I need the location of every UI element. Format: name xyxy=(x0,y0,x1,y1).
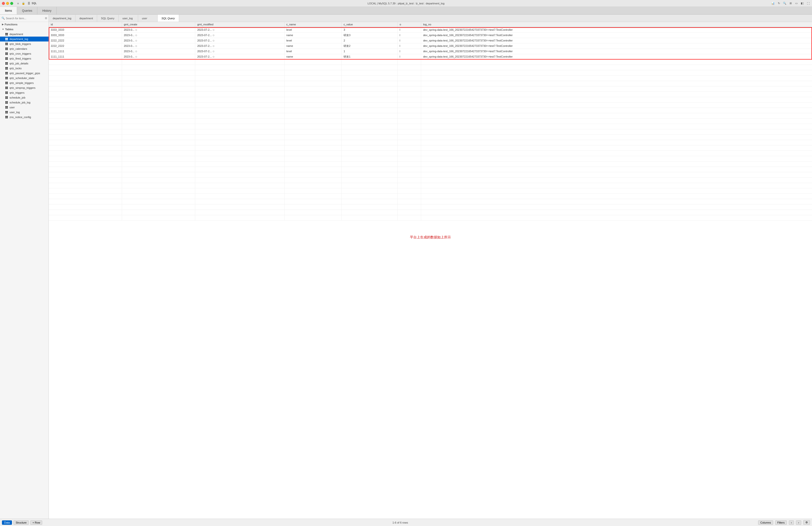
tab-items[interactable]: Items xyxy=(0,7,17,14)
cell-o: l xyxy=(397,38,421,43)
empty-row xyxy=(49,107,812,113)
sidebar-item-qrtz-blob[interactable]: qrtz_blob_triggers xyxy=(0,42,48,46)
empty-row xyxy=(49,161,812,166)
data-button[interactable]: Data xyxy=(2,521,12,525)
sidebar: 🔍 ⊞ ▶ Functions ▼ Tables department xyxy=(0,15,49,519)
sidebar-item-schedule-job[interactable]: schedule_job xyxy=(0,95,48,100)
sidebar-item-qrtz-fired[interactable]: qrtz_fired_triggers xyxy=(0,56,48,61)
empty-row xyxy=(49,97,812,102)
col-id[interactable]: id xyxy=(49,22,122,27)
col-c-value[interactable]: c_value xyxy=(342,22,397,27)
maximize-button[interactable] xyxy=(10,2,13,5)
layout-icon[interactable]: ⊞ xyxy=(788,1,793,5)
sidebar-item-qrtz-cron[interactable]: qrtz_cron_triggers xyxy=(0,51,48,56)
table-row[interactable]: 1111_11112023-0... ⊙2023-07-2... ⊙level1… xyxy=(49,48,812,54)
table-icon xyxy=(5,91,8,94)
sidebar-item-user[interactable]: user xyxy=(0,105,48,110)
sidebar-item-qrtz-calendars[interactable]: qrtz_calendars xyxy=(0,46,48,51)
table-icon xyxy=(5,76,8,80)
titlebar-right-controls: 📊 ↻ 🔍 ⊞ ▭ ▮▯ ⛶ xyxy=(771,1,810,5)
cell-o: l xyxy=(397,43,421,48)
cell-gmt_create: 2023-0... ⊙ xyxy=(122,48,195,54)
table-icon xyxy=(5,106,8,109)
empty-row xyxy=(49,209,812,215)
cell-c_name: name xyxy=(284,32,342,38)
empty-row xyxy=(49,204,812,209)
empty-row xyxy=(49,124,812,129)
tab-queries[interactable]: Queries xyxy=(17,7,37,14)
table-row[interactable]: 3333_33332023-0... ⊙2023-07-2... ⊙level3… xyxy=(49,27,812,32)
col-gmt-modified[interactable]: gmt_modified xyxy=(195,22,284,27)
table-icon xyxy=(5,52,8,55)
content-tab-sql-query-2[interactable]: SQL Query xyxy=(158,15,179,22)
sidebar-right-icon[interactable]: ▮▯ xyxy=(800,1,804,5)
col-o[interactable]: o xyxy=(397,22,421,27)
sidebar-toggle-icon[interactable]: ≡ xyxy=(16,1,20,5)
minimize-button[interactable] xyxy=(6,2,9,5)
empty-row xyxy=(49,113,812,118)
cell-gmt_modified: 2023-07-2... ⊙ xyxy=(195,32,284,38)
cell-id: 1111_1111 xyxy=(49,48,122,54)
fullscreen-icon[interactable]: ⛶ xyxy=(806,1,810,5)
statusbar-center: 1-6 of 6 rows xyxy=(44,521,756,524)
row-count-label: 1-6 of 6 rows xyxy=(393,521,408,524)
col-gmt-create[interactable]: gmt_create xyxy=(122,22,195,27)
table-row[interactable]: 2222_22222023-0... ⊙2023-07-2... ⊙level2… xyxy=(49,38,812,43)
cell-c_name: level xyxy=(284,27,342,32)
table-icon xyxy=(5,72,8,75)
columns-button[interactable]: Columns xyxy=(758,521,773,525)
cell-c_name: level xyxy=(284,48,342,54)
col-log-no[interactable]: log_no xyxy=(421,22,812,27)
sidebar-item-qrtz-locks[interactable]: qrtz_locks xyxy=(0,66,48,71)
search-input[interactable] xyxy=(6,17,44,20)
sql-label: SQL xyxy=(32,1,36,5)
refresh-icon[interactable]: ↻ xyxy=(777,1,781,5)
empty-row xyxy=(49,86,812,91)
sidebar-section-tables[interactable]: ▼ Tables xyxy=(0,27,48,32)
nav-prev-button[interactable]: ‹ xyxy=(789,521,794,525)
sidebar-item-qrtz-simprop[interactable]: qrtz_simprop_triggers xyxy=(0,85,48,90)
nav-next-button[interactable]: › xyxy=(796,521,801,525)
structure-button[interactable]: Structure xyxy=(13,521,29,525)
content-tab-user[interactable]: user xyxy=(138,15,158,22)
table-row[interactable]: 2222_22222023-0... ⊙2023-07-2... ⊙name研发… xyxy=(49,43,812,48)
cell-gmt_modified: 2023-07-2... ⊙ xyxy=(195,43,284,48)
window-icon[interactable]: ▭ xyxy=(795,1,798,5)
table-icon xyxy=(5,67,8,70)
table-icon xyxy=(5,57,8,60)
sidebar-item-schedule-job-log[interactable]: schedule_job_log xyxy=(0,100,48,105)
search-icon: 🔍 xyxy=(1,17,5,20)
sidebar-item-qrtz-paused[interactable]: qrtz_paused_trigger_grps xyxy=(0,71,48,76)
content-tabbar: department_log department SQL Query user… xyxy=(49,15,812,22)
content-tab-user-log[interactable]: user_log xyxy=(119,15,138,22)
add-row-button[interactable]: + Row xyxy=(30,521,42,525)
stats-icon[interactable]: 📊 xyxy=(771,1,775,5)
sidebar-item-qrtz-job-details[interactable]: qrtz_job_details xyxy=(0,61,48,66)
close-button[interactable] xyxy=(2,2,5,5)
sidebar-item-zns[interactable]: zns_notice_config xyxy=(0,115,48,119)
settings-button[interactable]: ⚙ xyxy=(803,520,810,525)
cell-id: 1111_1111 xyxy=(49,54,122,59)
col-c-name[interactable]: c_name xyxy=(284,22,342,27)
table-row[interactable]: 1111_11112023-0... ⊙2023-07-2... ⊙name研发… xyxy=(49,54,812,59)
filter-icon[interactable]: ⊞ xyxy=(45,17,47,20)
cell-id: 2222_2222 xyxy=(49,38,122,43)
sidebar-section-functions[interactable]: ▶ Functions xyxy=(0,22,48,27)
content-tab-department-log[interactable]: department_log xyxy=(49,15,75,22)
empty-row xyxy=(49,75,812,81)
tab-history[interactable]: History xyxy=(37,7,56,14)
sidebar-item-department[interactable]: department xyxy=(0,32,48,36)
sidebar-item-user-log[interactable]: user_log xyxy=(0,110,48,115)
sidebar-item-qrtz-scheduler[interactable]: qrtz_scheduler_state xyxy=(0,76,48,81)
empty-row xyxy=(49,81,812,86)
empty-row xyxy=(49,140,812,145)
search-icon[interactable]: 🔍 xyxy=(783,1,787,5)
sidebar-item-department-log[interactable]: department_log xyxy=(0,36,48,42)
empty-row xyxy=(49,183,812,188)
content-tab-department[interactable]: department xyxy=(75,15,97,22)
content-tab-sql-query-1[interactable]: SQL Query xyxy=(97,15,119,22)
filters-button[interactable]: Filters xyxy=(775,521,787,525)
sidebar-item-qrtz-simple[interactable]: qrtz_simple_triggers xyxy=(0,81,48,85)
sidebar-item-qrtz-triggers[interactable]: qrtz_triggers xyxy=(0,90,48,95)
table-row[interactable]: 3333_33332023-0... ⊙2023-07-2... ⊙name研发… xyxy=(49,32,812,38)
